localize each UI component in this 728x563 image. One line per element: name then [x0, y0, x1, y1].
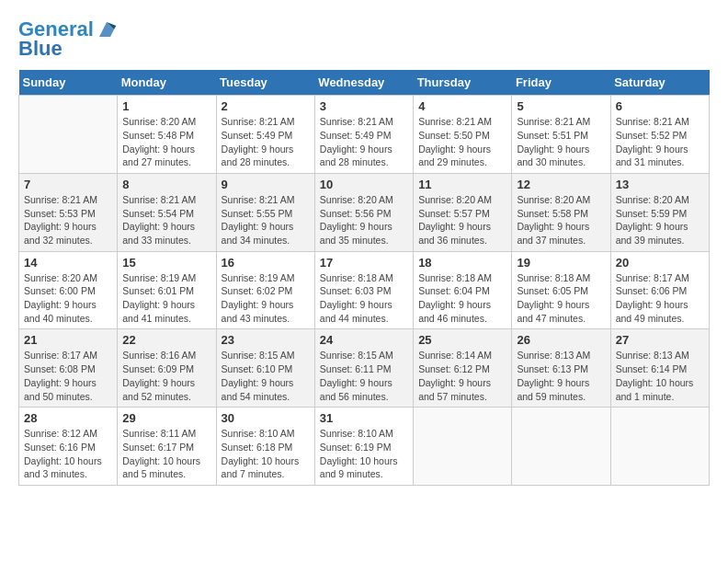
calendar-cell: 11 Sunrise: 8:20 AM Sunset: 5:57 PM Dayl…: [414, 173, 512, 251]
day-info: Sunrise: 8:21 AM Sunset: 5:54 PM Dayligh…: [122, 193, 210, 247]
day-info: Sunrise: 8:18 AM Sunset: 6:04 PM Dayligh…: [418, 271, 506, 326]
day-number: 17: [320, 256, 408, 270]
day-info: Sunrise: 8:20 AM Sunset: 5:56 PM Dayligh…: [320, 193, 408, 247]
calendar-cell: 1 Sunrise: 8:20 AM Sunset: 5:48 PM Dayli…: [118, 96, 216, 174]
day-number: 8: [122, 178, 210, 191]
calendar-cell: 7 Sunrise: 8:21 AM Sunset: 5:53 PM Dayli…: [19, 173, 118, 251]
day-number: 14: [24, 256, 112, 270]
day-number: 20: [616, 256, 704, 270]
calendar-cell: 26 Sunrise: 8:13 AM Sunset: 6:13 PM Dayl…: [512, 329, 610, 408]
day-number: 16: [222, 256, 310, 270]
day-number: 9: [222, 178, 310, 191]
calendar-cell: 12 Sunrise: 8:20 AM Sunset: 5:58 PM Dayl…: [512, 173, 610, 251]
day-number: 1: [122, 99, 210, 113]
calendar-cell: 14 Sunrise: 8:20 AM Sunset: 6:00 PM Dayl…: [19, 251, 118, 329]
day-info: Sunrise: 8:13 AM Sunset: 6:13 PM Dayligh…: [517, 349, 605, 403]
calendar-cell: [610, 408, 709, 486]
weekday-header-tuesday: Tuesday: [216, 70, 314, 96]
logo-icon: [96, 18, 118, 40]
day-number: 6: [616, 99, 704, 113]
day-number: 21: [24, 333, 112, 347]
day-number: 31: [320, 411, 408, 425]
day-info: Sunrise: 8:12 AM Sunset: 6:16 PM Dayligh…: [24, 427, 112, 481]
day-info: Sunrise: 8:19 AM Sunset: 6:02 PM Dayligh…: [222, 271, 310, 326]
day-info: Sunrise: 8:18 AM Sunset: 6:05 PM Dayligh…: [517, 271, 605, 326]
calendar-table: SundayMondayTuesdayWednesdayThursdayFrid…: [18, 70, 710, 486]
day-number: 10: [320, 178, 408, 191]
day-number: 26: [517, 333, 605, 347]
day-info: Sunrise: 8:14 AM Sunset: 6:12 PM Dayligh…: [418, 349, 506, 403]
calendar-cell: 22 Sunrise: 8:16 AM Sunset: 6:09 PM Dayl…: [118, 329, 216, 408]
day-number: 15: [122, 256, 210, 270]
calendar-cell: 24 Sunrise: 8:15 AM Sunset: 6:11 PM Dayl…: [314, 329, 413, 408]
calendar-cell: 8 Sunrise: 8:21 AM Sunset: 5:54 PM Dayli…: [118, 173, 216, 251]
day-number: 30: [222, 411, 310, 425]
day-info: Sunrise: 8:10 AM Sunset: 6:19 PM Dayligh…: [320, 427, 408, 481]
calendar-cell: 6 Sunrise: 8:21 AM Sunset: 5:52 PM Dayli…: [610, 96, 709, 174]
calendar-cell: 13 Sunrise: 8:20 AM Sunset: 5:59 PM Dayl…: [610, 173, 709, 251]
calendar-cell: 18 Sunrise: 8:18 AM Sunset: 6:04 PM Dayl…: [414, 251, 512, 329]
day-number: 24: [320, 333, 408, 347]
calendar-week-row: 14 Sunrise: 8:20 AM Sunset: 6:00 PM Dayl…: [19, 251, 710, 329]
day-number: 29: [122, 411, 210, 425]
day-info: Sunrise: 8:10 AM Sunset: 6:18 PM Dayligh…: [222, 427, 310, 481]
calendar-cell: 10 Sunrise: 8:20 AM Sunset: 5:56 PM Dayl…: [314, 173, 413, 251]
calendar-cell: [19, 96, 118, 174]
calendar-cell: 27 Sunrise: 8:13 AM Sunset: 6:14 PM Dayl…: [610, 329, 709, 408]
day-number: 18: [418, 256, 506, 270]
day-info: Sunrise: 8:20 AM Sunset: 5:58 PM Dayligh…: [517, 193, 605, 247]
day-number: 3: [320, 99, 408, 113]
day-number: 11: [418, 178, 506, 191]
day-info: Sunrise: 8:21 AM Sunset: 5:55 PM Dayligh…: [222, 193, 310, 247]
calendar-cell: [512, 408, 610, 486]
calendar-cell: 17 Sunrise: 8:18 AM Sunset: 6:03 PM Dayl…: [314, 251, 413, 329]
day-info: Sunrise: 8:21 AM Sunset: 5:53 PM Dayligh…: [24, 193, 112, 247]
calendar-cell: 9 Sunrise: 8:21 AM Sunset: 5:55 PM Dayli…: [216, 173, 314, 251]
day-number: 28: [24, 411, 112, 425]
weekday-header-sunday: Sunday: [19, 70, 118, 96]
calendar-cell: 31 Sunrise: 8:10 AM Sunset: 6:19 PM Dayl…: [314, 408, 413, 486]
day-number: 27: [616, 333, 704, 347]
day-info: Sunrise: 8:20 AM Sunset: 5:57 PM Dayligh…: [418, 193, 506, 247]
day-number: 25: [418, 333, 506, 347]
calendar-week-row: 1 Sunrise: 8:20 AM Sunset: 5:48 PM Dayli…: [19, 96, 710, 174]
calendar-cell: 20 Sunrise: 8:17 AM Sunset: 6:06 PM Dayl…: [610, 251, 709, 329]
day-info: Sunrise: 8:17 AM Sunset: 6:08 PM Dayligh…: [24, 349, 112, 403]
calendar-cell: 30 Sunrise: 8:10 AM Sunset: 6:18 PM Dayl…: [216, 408, 314, 486]
weekday-header-wednesday: Wednesday: [314, 70, 413, 96]
calendar-cell: 15 Sunrise: 8:19 AM Sunset: 6:01 PM Dayl…: [118, 251, 216, 329]
day-number: 19: [517, 256, 605, 270]
day-info: Sunrise: 8:21 AM Sunset: 5:49 PM Dayligh…: [320, 115, 408, 169]
calendar-week-row: 28 Sunrise: 8:12 AM Sunset: 6:16 PM Dayl…: [19, 408, 710, 486]
calendar-cell: 3 Sunrise: 8:21 AM Sunset: 5:49 PM Dayli…: [314, 96, 413, 174]
calendar-cell: 21 Sunrise: 8:17 AM Sunset: 6:08 PM Dayl…: [19, 329, 118, 408]
page-header: General Blue: [18, 18, 710, 61]
day-info: Sunrise: 8:15 AM Sunset: 6:10 PM Dayligh…: [222, 349, 310, 403]
day-info: Sunrise: 8:13 AM Sunset: 6:14 PM Dayligh…: [616, 349, 704, 403]
calendar-cell: 16 Sunrise: 8:19 AM Sunset: 6:02 PM Dayl…: [216, 251, 314, 329]
day-number: 13: [616, 178, 704, 191]
day-info: Sunrise: 8:21 AM Sunset: 5:49 PM Dayligh…: [222, 115, 310, 169]
calendar-cell: 2 Sunrise: 8:21 AM Sunset: 5:49 PM Dayli…: [216, 96, 314, 174]
day-number: 5: [517, 99, 605, 113]
calendar-cell: 25 Sunrise: 8:14 AM Sunset: 6:12 PM Dayl…: [414, 329, 512, 408]
calendar-week-row: 21 Sunrise: 8:17 AM Sunset: 6:08 PM Dayl…: [19, 329, 710, 408]
calendar-cell: 29 Sunrise: 8:11 AM Sunset: 6:17 PM Dayl…: [118, 408, 216, 486]
day-info: Sunrise: 8:21 AM Sunset: 5:52 PM Dayligh…: [616, 115, 704, 169]
day-info: Sunrise: 8:21 AM Sunset: 5:50 PM Dayligh…: [418, 115, 506, 169]
day-number: 22: [122, 333, 210, 347]
calendar-cell: [414, 408, 512, 486]
day-info: Sunrise: 8:18 AM Sunset: 6:03 PM Dayligh…: [320, 271, 408, 326]
day-info: Sunrise: 8:20 AM Sunset: 6:00 PM Dayligh…: [24, 271, 112, 326]
day-number: 4: [418, 99, 506, 113]
day-info: Sunrise: 8:20 AM Sunset: 5:48 PM Dayligh…: [122, 115, 210, 169]
calendar-cell: 23 Sunrise: 8:15 AM Sunset: 6:10 PM Dayl…: [216, 329, 314, 408]
calendar-cell: 19 Sunrise: 8:18 AM Sunset: 6:05 PM Dayl…: [512, 251, 610, 329]
calendar-cell: 28 Sunrise: 8:12 AM Sunset: 6:16 PM Dayl…: [19, 408, 118, 486]
day-number: 12: [517, 178, 605, 191]
calendar-week-row: 7 Sunrise: 8:21 AM Sunset: 5:53 PM Dayli…: [19, 173, 710, 251]
day-info: Sunrise: 8:20 AM Sunset: 5:59 PM Dayligh…: [616, 193, 704, 247]
weekday-header-monday: Monday: [118, 70, 216, 96]
day-number: 2: [222, 99, 310, 113]
logo: General Blue: [18, 18, 118, 61]
